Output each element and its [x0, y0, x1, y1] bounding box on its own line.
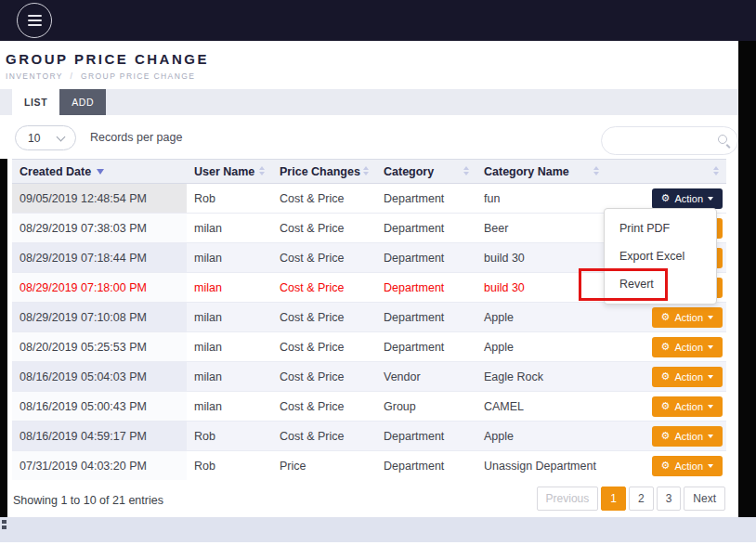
gear-icon: ⚙ [661, 431, 671, 441]
cell-user: milan [187, 362, 272, 392]
cell-user: Rob [187, 451, 272, 481]
records-per-page-label: Records per page [90, 131, 182, 144]
table-row: 08/16/2019 05:00:43 PMmilanCost & PriceG… [12, 392, 726, 422]
menu-item-export-excel[interactable]: Export Excel [605, 242, 716, 270]
cell-created: 08/29/2019 07:10:08 PM [12, 303, 187, 332]
cell-user: milan [187, 332, 272, 362]
cell-action: ⚙Action [606, 422, 726, 451]
cell-created: 08/29/2019 07:18:44 PM [12, 243, 187, 273]
gear-icon: ⚙ [661, 193, 671, 203]
menu-item-print-pdf[interactable]: Print PDF [605, 214, 716, 242]
action-button[interactable]: ⚙Action [652, 307, 723, 328]
cell-category-name: fun [476, 184, 606, 214]
cell-user: milan [187, 303, 272, 332]
cell-category: Vendor [376, 362, 476, 392]
sort-icon [363, 166, 369, 175]
action-button[interactable]: ⚙Action [652, 396, 723, 417]
table-controls: 10 Records per page [0, 115, 738, 159]
tab-add[interactable]: ADD [59, 89, 106, 115]
table-header-row: Created DateUser NamePrice ChangesCatego… [12, 160, 726, 184]
cell-price-changes: Price [272, 451, 376, 481]
cell-price-changes: Cost & Price [272, 422, 376, 451]
gear-icon: ⚙ [661, 371, 671, 382]
action-button[interactable]: ⚙Action [652, 367, 723, 387]
bottom-strip [0, 517, 756, 542]
cell-category-name: Eagle Rock [476, 362, 606, 392]
cell-user: Rob [187, 184, 272, 214]
search-icon [718, 135, 727, 144]
cell-user: milan [187, 392, 272, 422]
cell-price-changes: Cost & Price [272, 184, 376, 214]
tab-bar: LIST ADD [0, 89, 738, 115]
sort-icon [463, 166, 469, 175]
action-button[interactable]: ⚙Action [652, 426, 723, 447]
column-header-price-changes[interactable]: Price Changes [272, 160, 376, 184]
column-header-user-name[interactable]: User Name [187, 160, 272, 184]
breadcrumb-parent[interactable]: INVENTORY [6, 71, 63, 81]
page-button-2[interactable]: 2 [629, 487, 654, 511]
table-row: 08/16/2019 04:59:17 PMRobCost & PriceDep… [12, 422, 726, 451]
cell-category-name: Unassign Department [476, 451, 606, 481]
cell-user: milan [187, 214, 272, 243]
cell-category-name: Apple [476, 422, 606, 451]
cell-created: 08/20/2019 05:25:53 PM [12, 332, 187, 362]
hamburger-menu-icon[interactable] [17, 3, 52, 38]
breadcrumb-current: GROUP PRICE CHANGE [81, 71, 195, 81]
breadcrumb-separator: / [71, 71, 74, 81]
caret-down-icon [708, 345, 713, 349]
page-button-next[interactable]: Next [684, 487, 725, 511]
table-row: 07/31/2019 04:03:20 PMRobPriceDepartment… [12, 451, 726, 481]
cell-created: 08/29/2019 07:18:00 PM [12, 273, 187, 303]
left-frame-edge [0, 159, 7, 517]
action-button[interactable]: ⚙Action [652, 188, 723, 209]
cell-price-changes: Cost & Price [272, 273, 376, 303]
caret-down-icon [708, 405, 713, 409]
cell-price-changes: Cost & Price [272, 332, 376, 362]
page-button-3[interactable]: 3 [657, 487, 682, 511]
cell-category: Department [376, 303, 476, 332]
sort-icon [259, 166, 265, 175]
right-frame-edge [738, 41, 756, 517]
caret-down-icon [708, 197, 713, 201]
column-header-created-date[interactable]: Created Date [12, 160, 187, 184]
column-header-category-name[interactable]: Category Name [476, 160, 606, 184]
app-window: GROUP PRICE CHANGE INVENTORY / GROUP PRI… [0, 0, 756, 545]
cell-price-changes: Cost & Price [272, 214, 376, 243]
cell-category-name: build 30 [476, 273, 606, 303]
cell-category: Department [376, 332, 476, 362]
table-row: 08/29/2019 07:10:08 PMmilanCost & PriceD… [12, 303, 726, 332]
tab-list[interactable]: LIST [12, 89, 59, 115]
page-button-1[interactable]: 1 [601, 487, 626, 511]
cell-category-name: Apple [476, 303, 606, 332]
cell-category: Department [376, 422, 476, 451]
sort-icon [713, 166, 719, 175]
action-button[interactable]: ⚙Action [652, 456, 723, 476]
table-row: 08/20/2019 05:25:53 PMmilanCost & PriceD… [12, 332, 726, 362]
column-header-action[interactable] [606, 160, 726, 184]
cell-user: Rob [187, 422, 272, 451]
search-input[interactable] [615, 130, 712, 151]
action-button[interactable]: ⚙Action [652, 337, 723, 357]
caret-down-icon [708, 375, 713, 379]
cell-category: Department [376, 184, 476, 214]
cell-action: ⚙Action [606, 392, 726, 422]
cell-created: 09/05/2019 12:48:54 PM [12, 184, 187, 214]
top-navbar [0, 0, 756, 41]
cell-price-changes: Cost & Price [272, 303, 376, 332]
cell-category-name: Beer [476, 214, 606, 243]
cell-category: Department [376, 243, 476, 273]
column-header-category[interactable]: Category [376, 160, 476, 184]
cell-created: 08/16/2019 05:00:43 PM [12, 392, 187, 422]
cell-price-changes: Cost & Price [272, 362, 376, 392]
cell-category: Department [376, 214, 476, 243]
cell-category-name: Apple [476, 332, 606, 362]
cell-created: 08/16/2019 05:04:03 PM [12, 362, 187, 392]
cell-action: ⚙Action [606, 303, 726, 332]
cell-category-name: CAMEL [476, 392, 606, 422]
cell-price-changes: Cost & Price [272, 243, 376, 273]
menu-item-revert[interactable]: Revert [605, 270, 716, 298]
records-per-page-select[interactable]: 10 [15, 125, 76, 150]
search-box [601, 126, 738, 155]
cell-user: milan [187, 273, 272, 303]
records-per-page-value: 10 [28, 132, 40, 145]
